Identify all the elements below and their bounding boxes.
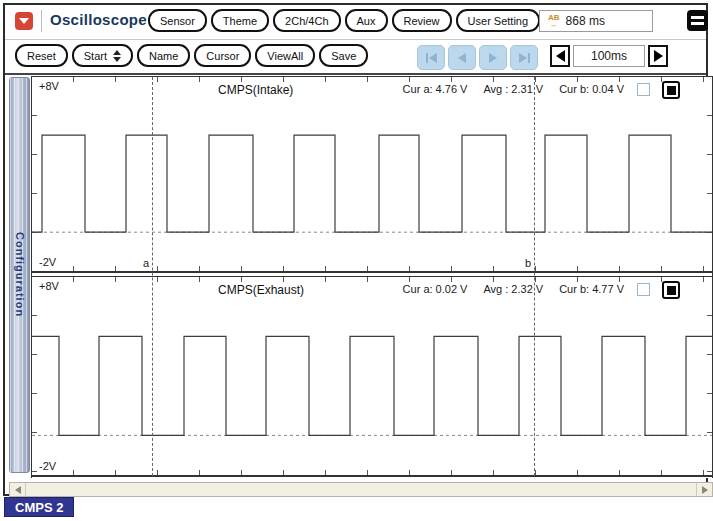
cursor-b-line[interactable] — [534, 77, 535, 476]
bar-icon — [426, 53, 428, 63]
start-button-label: Start — [84, 50, 107, 62]
channel-color-button[interactable] — [662, 281, 680, 299]
cursor-a-value: Cur a: 0.02 V — [403, 283, 468, 295]
cursor-b-value: Cur b: 4.77 V — [559, 283, 624, 295]
app-dropdown-icon[interactable] — [15, 12, 33, 30]
channel-exhaust: +8V -2V CMPS(Exhaust) Cur a: 0.02 V Avg … — [32, 276, 712, 477]
toolbar: Oscilloscope Sensor Theme 2Ch/4Ch Aux Re… — [5, 5, 706, 75]
toolbar-bottom-buttons: Reset Start Name Cursor ViewAll Save — [15, 44, 368, 67]
user-setting-button[interactable]: User Setting — [456, 9, 541, 32]
record-nav-group — [417, 45, 538, 70]
reset-button[interactable]: Reset — [15, 44, 68, 67]
black-square-icon — [667, 86, 676, 95]
cursor-a-value: Cur a: 4.76 V — [403, 83, 468, 95]
review-button[interactable]: Review — [392, 9, 452, 32]
y-min-label: -2V — [39, 256, 56, 268]
y-max-label: +8V — [39, 80, 59, 92]
channel-measurements: Cur a: 0.02 V Avg : 2.32 V Cur b: 4.77 V — [403, 283, 624, 295]
nav-next-button[interactable] — [479, 45, 507, 70]
intake-waveform — [32, 77, 712, 271]
app-window: Oscilloscope Sensor Theme 2Ch/4Ch Aux Re… — [3, 3, 708, 496]
channel-checkbox[interactable] — [637, 283, 650, 296]
theme-button[interactable]: Theme — [211, 9, 269, 32]
cursor-b-label: b — [525, 257, 531, 269]
exhaust-waveform — [32, 277, 712, 475]
nav-first-button[interactable] — [417, 45, 445, 70]
triangle-left-icon — [556, 50, 565, 62]
toolbar-row-2: Reset Start Name Cursor ViewAll Save 100… — [5, 40, 706, 73]
scroll-right-button[interactable] — [696, 483, 712, 496]
save-button[interactable]: Save — [319, 44, 368, 67]
menu-bar-icon — [691, 22, 704, 25]
title-divider — [41, 10, 42, 32]
triangle-right-icon — [489, 53, 497, 63]
channel-title: CMPS(Intake) — [218, 83, 293, 97]
bar-icon — [528, 53, 530, 63]
cursor-b-value: Cur b: 0.04 V — [559, 83, 624, 95]
start-button[interactable]: Start — [72, 44, 133, 67]
channel-checkbox[interactable] — [637, 83, 650, 96]
app-title: Oscilloscope — [50, 11, 147, 28]
triangle-right-icon — [654, 50, 663, 62]
configuration-label: Configuration — [10, 78, 29, 472]
triangle-left-icon — [429, 53, 437, 63]
channel-title: CMPS(Exhaust) — [218, 283, 304, 297]
cursor-button[interactable]: Cursor — [194, 44, 251, 67]
configuration-panel-handle[interactable]: Configuration — [9, 77, 30, 473]
sensor-button[interactable]: Sensor — [148, 9, 207, 32]
triangle-right-icon — [519, 53, 527, 63]
menu-button[interactable] — [687, 10, 708, 31]
y-max-label: +8V — [39, 280, 59, 292]
timebase-increase-button[interactable] — [648, 45, 668, 67]
cursor-a-line[interactable] — [152, 77, 153, 476]
cursor-a-label: a — [143, 257, 149, 269]
name-button[interactable]: Name — [137, 44, 190, 67]
timebase-decrease-button[interactable] — [550, 45, 570, 67]
triangle-left-icon — [458, 53, 466, 63]
nav-previous-button[interactable] — [448, 45, 476, 70]
timebase-value: 100ms — [573, 45, 645, 67]
viewall-button[interactable]: ViewAll — [255, 44, 315, 67]
scope-plot-area: +8V -2V CMPS(Intake) Cur a: 4.76 V Avg :… — [31, 76, 713, 478]
footer-tag: CMPS 2 — [4, 497, 74, 517]
toolbar-top-buttons: Sensor Theme 2Ch/4Ch Aux Review User Set… — [148, 9, 540, 32]
menu-bar-icon — [691, 16, 704, 19]
spinner-icon — [113, 50, 121, 62]
toolbar-row-1: Oscilloscope Sensor Theme 2Ch/4Ch Aux Re… — [5, 5, 706, 40]
scroll-left-button[interactable] — [10, 483, 26, 496]
black-square-icon — [667, 286, 676, 295]
time-measurement-display: AB ↔ 868 ms — [539, 10, 653, 32]
y-min-label: -2V — [39, 460, 56, 472]
channel-measurements: Cur a: 4.76 V Avg : 2.31 V Cur b: 0.04 V — [403, 83, 624, 95]
triangle-left-icon — [15, 486, 21, 494]
horizontal-scrollbar[interactable] — [9, 482, 713, 497]
nav-last-button[interactable] — [510, 45, 538, 70]
time-measurement-value: 868 ms — [566, 14, 605, 28]
triangle-right-icon — [702, 486, 708, 494]
chevron-down-icon — [19, 18, 29, 24]
ab-measure-icon: AB ↔ — [548, 14, 560, 28]
aux-button[interactable]: Aux — [345, 9, 388, 32]
channel-mode-button[interactable]: 2Ch/4Ch — [273, 9, 340, 32]
channel-intake: +8V -2V CMPS(Intake) Cur a: 4.76 V Avg :… — [32, 77, 712, 273]
channel-color-button[interactable] — [662, 81, 680, 99]
timebase-group: 100ms — [550, 45, 668, 67]
